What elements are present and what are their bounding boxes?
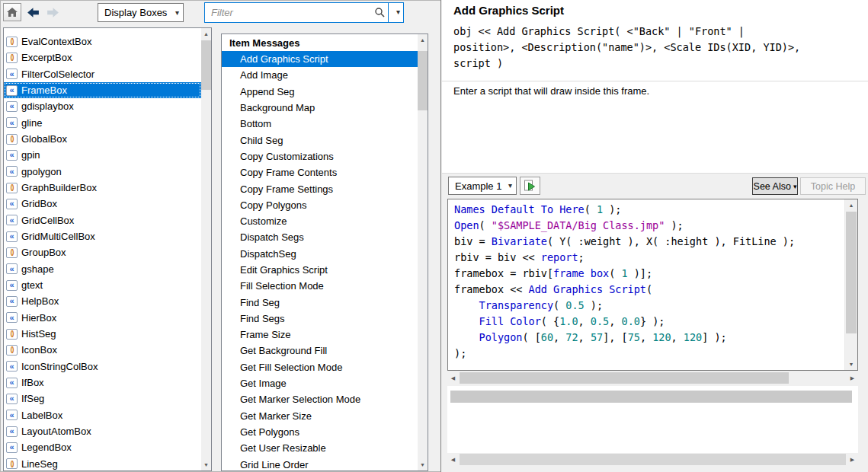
display-box-item-labelbox[interactable]: «LabelBox: [4, 407, 201, 423]
display-box-item-gline[interactable]: «gline: [4, 115, 201, 131]
message-item-find-segs[interactable]: Find Segs: [222, 311, 418, 327]
message-item-copy-frame-settings[interactable]: Copy Frame Settings: [222, 180, 418, 196]
code-line-6: framebox << Add Graphics Script(: [454, 282, 844, 298]
topic-help-button[interactable]: Topic Help: [800, 177, 866, 195]
forward-button[interactable]: [43, 3, 62, 21]
category-dropdown[interactable]: Display Boxes ▾: [98, 3, 184, 22]
code-vscrollbar-thumb[interactable]: [846, 212, 857, 333]
message-item-get-fill-selection-mode[interactable]: Get Fill Selection Mode: [222, 359, 418, 375]
display-box-item-evalcontextbox[interactable]: ()EvalContextBox: [4, 33, 201, 49]
scroll-up-icon[interactable]: ▲: [201, 28, 211, 40]
message-item-add-image[interactable]: Add Image: [222, 67, 418, 83]
message-box-icon: «: [6, 394, 18, 404]
message-item-get-image[interactable]: Get Image: [222, 375, 418, 391]
log-horizontal-scrollbar[interactable]: ◀ ▶: [447, 453, 858, 466]
message-item-get-marker-selection-mode[interactable]: Get Marker Selection Mode: [222, 391, 418, 407]
code-horizontal-scrollbar[interactable]: ◀ ▶: [447, 372, 858, 384]
message-item-copy-customizations[interactable]: Copy Customizations: [222, 148, 418, 164]
display-box-item-ifseg[interactable]: «IfSeg: [4, 391, 201, 407]
category-dropdown-value: Display Boxes: [104, 7, 167, 18]
message-item-grid-line-order[interactable]: Grid Line Order: [222, 456, 418, 470]
item-messages-header: Item Messages: [222, 34, 418, 51]
syntax-line: obj << Add Graphics Script( <"Back" | "F…: [453, 24, 800, 40]
message-list-scrollbar[interactable]: ▲ ▼: [418, 34, 428, 470]
display-box-item-gtext[interactable]: «gtext: [4, 277, 201, 293]
display-box-item-layoutatombox[interactable]: «LayoutAtomBox: [4, 423, 201, 439]
forward-arrow-icon: [46, 7, 60, 18]
scroll-down-icon[interactable]: ▼: [845, 359, 857, 370]
message-item-fill-selection-mode[interactable]: Fill Selection Mode: [222, 278, 418, 294]
scroll-right-icon[interactable]: ▶: [847, 453, 858, 466]
message-scrollbar-thumb[interactable]: [418, 51, 428, 110]
code-vertical-scrollbar[interactable]: ▲ ▼: [844, 199, 857, 370]
example-dropdown[interactable]: Example 1 ▾: [448, 177, 517, 195]
display-box-item-legendbox[interactable]: «LegendBox: [4, 439, 201, 455]
message-item-copy-polygons[interactable]: Copy Polygons: [222, 197, 418, 213]
search-icon[interactable]: [374, 7, 385, 18]
log-scrollbar-thumb[interactable]: [450, 391, 852, 403]
display-box-item-globalbox[interactable]: ()GlobalBox: [4, 131, 201, 147]
display-box-item-gshape[interactable]: «gshape: [4, 261, 201, 277]
scroll-left-icon[interactable]: ◀: [447, 372, 459, 384]
message-item-background-map[interactable]: Background Map: [222, 100, 418, 116]
message-item-customize[interactable]: Customize: [222, 213, 418, 229]
display-box-item-hierbox[interactable]: «HierBox: [4, 310, 201, 326]
message-item-child-seg[interactable]: Child Seg: [222, 132, 418, 148]
display-box-item-label: IfBox: [21, 377, 44, 388]
run-example-button[interactable]: [520, 177, 540, 195]
message-item-add-graphics-script[interactable]: Add Graphics Script: [222, 51, 418, 67]
display-box-item-gpolygon[interactable]: «gpolygon: [4, 164, 201, 180]
display-box-item-excerptbox[interactable]: ()ExcerptBox: [4, 49, 201, 65]
message-item-label: Copy Frame Settings: [240, 183, 333, 195]
message-item-bottom[interactable]: Bottom: [222, 116, 418, 132]
display-box-item-gdisplaybox[interactable]: «gdisplaybox: [4, 98, 201, 114]
display-box-item-gridmulticellbox[interactable]: «GridMultiCellBox: [4, 228, 201, 244]
example-script-editor[interactable]: Names Default To Here( 1 );Open( "$SAMPL…: [447, 199, 858, 371]
message-item-get-polygons[interactable]: Get Polygons: [222, 424, 418, 440]
message-item-frame-size[interactable]: Frame Size: [222, 327, 418, 343]
message-item-get-user-resizable[interactable]: Get User Resizable: [222, 440, 418, 456]
home-button[interactable]: [3, 3, 21, 21]
display-box-item-gpin[interactable]: «gpin: [4, 147, 201, 163]
display-box-item-groupbox[interactable]: ()GroupBox: [4, 244, 201, 260]
display-box-item-ifbox[interactable]: «IfBox: [4, 375, 201, 391]
scroll-down-icon[interactable]: ▼: [201, 459, 211, 470]
message-item-dispatch-segs[interactable]: Dispatch Segs: [222, 229, 418, 245]
see-also-dropdown[interactable]: See Also ▾: [752, 177, 798, 195]
left-scrollbar-thumb[interactable]: [201, 40, 211, 90]
message-item-find-seg[interactable]: Find Seg: [222, 294, 418, 310]
display-box-item-graphbuilderbox[interactable]: ()GraphBuilderBox: [4, 180, 201, 196]
filter-dropdown-button[interactable]: ▾: [396, 8, 400, 16]
filter-box: ▾: [204, 2, 404, 23]
scroll-left-icon[interactable]: ◀: [447, 453, 459, 466]
message-box-icon: «: [6, 215, 18, 225]
display-box-item-filtercolselector[interactable]: «FilterColSelector: [4, 66, 201, 82]
left-list-scrollbar[interactable]: ▲ ▼: [201, 28, 211, 470]
display-box-item-label: FrameBox: [21, 85, 67, 96]
log-hscrollbar-thumb[interactable]: [460, 454, 846, 465]
display-box-item-iconstringcolbox[interactable]: «IconStringColBox: [4, 359, 201, 375]
message-item-append-seg[interactable]: Append Seg: [222, 84, 418, 100]
scroll-up-icon[interactable]: ▲: [418, 34, 428, 46]
code-hscrollbar-thumb[interactable]: [460, 372, 789, 384]
back-button[interactable]: [24, 3, 42, 21]
display-box-item-histseg[interactable]: ()HistSeg: [4, 326, 201, 342]
display-box-item-iconbox[interactable]: ()IconBox: [4, 342, 201, 358]
message-item-get-marker-size[interactable]: Get Marker Size: [222, 408, 418, 424]
message-item-get-background-fill[interactable]: Get Background Fill: [222, 343, 418, 359]
message-item-edit-graphics-script[interactable]: Edit Graphics Script: [222, 262, 418, 278]
display-box-item-framebox[interactable]: «FrameBox: [4, 82, 201, 98]
message-item-dispatchseg[interactable]: DispatchSeg: [222, 246, 418, 262]
log-area[interactable]: [447, 386, 858, 453]
filter-input[interactable]: [207, 4, 367, 21]
display-box-item-lineseg[interactable]: ()LineSeg: [4, 456, 201, 470]
display-box-item-gridbox[interactable]: «GridBox: [4, 196, 201, 212]
display-box-item-label: EvalContextBox: [21, 36, 92, 47]
display-box-item-gridcellbox[interactable]: «GridCellBox: [4, 212, 201, 228]
code-line-2: Open( "$SAMPLE_DATA/Big Class.jmp" );: [454, 218, 844, 234]
display-box-item-helpbox[interactable]: «HelpBox: [4, 293, 201, 309]
scroll-right-icon[interactable]: ▶: [847, 372, 858, 384]
message-item-copy-frame-contents[interactable]: Copy Frame Contents: [222, 164, 418, 180]
scroll-up-icon[interactable]: ▲: [845, 199, 857, 211]
scroll-down-icon[interactable]: ▼: [418, 459, 428, 470]
